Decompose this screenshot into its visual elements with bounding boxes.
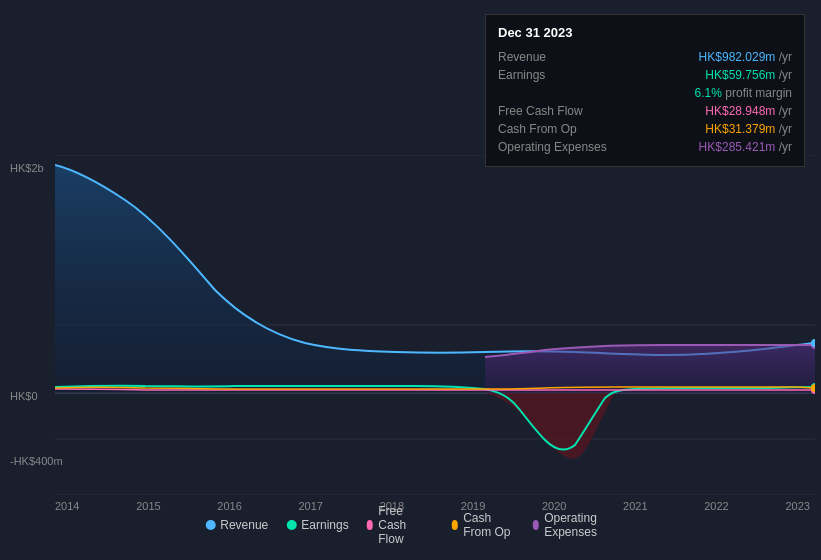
y-label-mid: HK$0 [10, 390, 38, 402]
legend-label-earnings: Earnings [301, 518, 348, 532]
legend-label-cashop: Cash From Op [463, 511, 514, 539]
info-label-margin [498, 84, 653, 102]
legend-label-revenue: Revenue [220, 518, 268, 532]
info-label-revenue: Revenue [498, 48, 653, 66]
chart-svg [55, 155, 815, 495]
x-label-2015: 2015 [136, 500, 160, 512]
x-label-2021: 2021 [623, 500, 647, 512]
info-value-opex: HK$285.421m /yr [653, 138, 792, 156]
info-table: Revenue HK$982.029m /yr Earnings HK$59.7… [498, 48, 792, 156]
info-value-revenue: HK$982.029m /yr [653, 48, 792, 66]
info-label-cashop: Cash From Op [498, 120, 653, 138]
info-row-margin: 6.1% profit margin [498, 84, 792, 102]
info-label-fcf: Free Cash Flow [498, 102, 653, 120]
chart-container: Dec 31 2023 Revenue HK$982.029m /yr Earn… [0, 0, 821, 560]
info-value-margin: 6.1% profit margin [653, 84, 792, 102]
info-value-earnings: HK$59.756m /yr [653, 66, 792, 84]
legend-cashop: Cash From Op [452, 511, 515, 539]
legend-opex: Operating Expenses [533, 511, 616, 539]
legend-dot-cashop [452, 520, 459, 530]
info-row-fcf: Free Cash Flow HK$28.948m /yr [498, 102, 792, 120]
info-date: Dec 31 2023 [498, 25, 792, 40]
legend-dot-fcf [367, 520, 374, 530]
info-row-cashop: Cash From Op HK$31.379m /yr [498, 120, 792, 138]
y-label-top: HK$2b [10, 162, 44, 174]
info-value-fcf: HK$28.948m /yr [653, 102, 792, 120]
legend-earnings: Earnings [286, 518, 348, 532]
legend-fcf: Free Cash Flow [367, 504, 434, 546]
x-label-2014: 2014 [55, 500, 79, 512]
x-label-2023: 2023 [785, 500, 809, 512]
legend-label-opex: Operating Expenses [544, 511, 616, 539]
legend-label-fcf: Free Cash Flow [378, 504, 433, 546]
chart-legend: Revenue Earnings Free Cash Flow Cash Fro… [205, 504, 616, 546]
x-label-2022: 2022 [704, 500, 728, 512]
info-row-opex: Operating Expenses HK$285.421m /yr [498, 138, 792, 156]
legend-dot-revenue [205, 520, 215, 530]
legend-dot-earnings [286, 520, 296, 530]
info-value-cashop: HK$31.379m /yr [653, 120, 792, 138]
info-box: Dec 31 2023 Revenue HK$982.029m /yr Earn… [485, 14, 805, 167]
info-label-opex: Operating Expenses [498, 138, 653, 156]
legend-revenue: Revenue [205, 518, 268, 532]
info-label-earnings: Earnings [498, 66, 653, 84]
info-row-earnings: Earnings HK$59.756m /yr [498, 66, 792, 84]
legend-dot-opex [533, 520, 540, 530]
info-row-revenue: Revenue HK$982.029m /yr [498, 48, 792, 66]
